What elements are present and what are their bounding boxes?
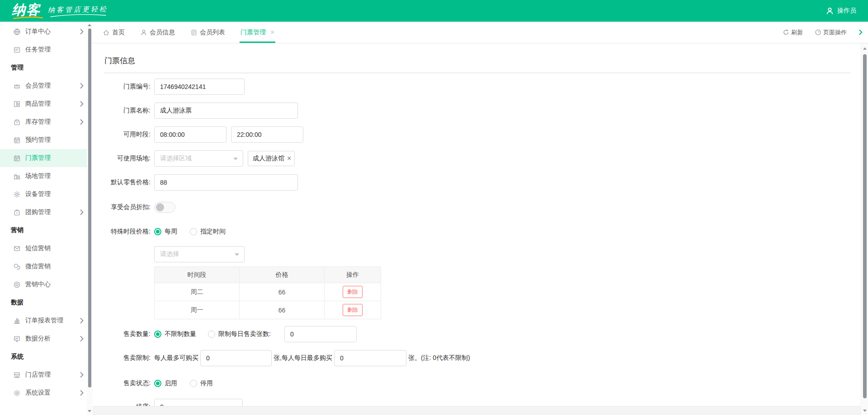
venue-select-placeholder: 请选择区域 (160, 154, 192, 163)
sidebar-item-label: 订单报表管理 (25, 317, 63, 325)
sidebar-item[interactable]: 门票管理 (0, 149, 87, 167)
chevron-right-icon (80, 372, 84, 378)
price-cell: 66 (240, 301, 325, 319)
current-user[interactable]: 操作员 (826, 7, 856, 15)
radio-checked-icon (154, 380, 161, 387)
sidebar-item[interactable]: 任务管理 (0, 41, 87, 59)
member-discount-label: 享受会员折扣: (104, 203, 151, 211)
brand-logo: 纳客 纳客管店更轻松 (12, 3, 108, 19)
sidebar-item[interactable]: 会员管理 (0, 77, 87, 95)
price-input[interactable] (154, 174, 298, 191)
tab-门票管理[interactable]: 门票管理× (240, 22, 275, 43)
sidebar-item[interactable]: 场地管理 (0, 167, 87, 185)
sidebar-item-label: 门店管理 (25, 371, 51, 379)
chevron-right-icon (80, 390, 84, 396)
sidebar-scrollbar[interactable] (87, 22, 93, 415)
sidebar-item-label: 短信营销 (25, 244, 51, 252)
sidebar-item[interactable]: 预约管理 (0, 131, 87, 149)
scroll-down-icon[interactable] (88, 410, 91, 412)
radio-disable[interactable]: 停用 (190, 379, 213, 387)
sidebar-item[interactable]: 短信营销 (0, 239, 87, 257)
table-row: 周一66删除 (155, 301, 381, 319)
sidebar-item[interactable]: 门店管理 (0, 366, 87, 384)
scroll-up-icon[interactable] (88, 24, 91, 26)
logo-swoosh (13, 16, 43, 19)
refresh-icon (783, 29, 789, 36)
crown-icon (13, 82, 21, 90)
user-name: 操作员 (837, 7, 856, 15)
sort-input[interactable] (154, 399, 243, 406)
max-per-person-input[interactable] (200, 350, 272, 366)
price-label: 默认零售价格: (104, 178, 151, 187)
sidebar-item[interactable]: 订单报表管理 (0, 312, 87, 330)
radio-enable[interactable]: 启用 (154, 379, 177, 387)
sidebar-item[interactable]: 订单中心 (0, 23, 87, 41)
chevron-right-icon (80, 29, 84, 34)
caret-down-icon (235, 253, 239, 256)
daily-qty-input[interactable] (284, 326, 357, 342)
venue-select[interactable]: 请选择区域 (154, 150, 243, 167)
table-header-cell: 价格 (240, 267, 325, 283)
scroll-up-icon[interactable] (863, 47, 867, 50)
venue-label: 可使用场地: (104, 154, 151, 163)
venue-icon (13, 172, 21, 180)
radio-unlimited-qty[interactable]: 不限制数量 (154, 330, 196, 338)
delete-button[interactable]: 删除 (343, 304, 363, 316)
page-actions-button[interactable]: 页面操作 (815, 28, 847, 37)
chevron-right-icon (80, 119, 84, 125)
caret-down-icon (233, 158, 238, 160)
sidebar-item-label: 商品管理 (25, 100, 51, 108)
tab-会员信息[interactable]: 会员信息 (139, 22, 176, 43)
home-icon (103, 29, 110, 36)
tab-会员列表[interactable]: 会员列表 (189, 22, 226, 43)
sale-limit-text1: 每人最多可购买 (154, 354, 198, 362)
title-divider (104, 73, 851, 73)
list-icon (190, 29, 198, 36)
sidebar-item[interactable]: 团购管理 (0, 203, 87, 221)
sidebar-scrollbar-thumb[interactable] (88, 28, 91, 387)
sidebar-item[interactable]: 系统设置 (0, 384, 87, 402)
table-header-row: 时间段价格操作 (155, 267, 381, 283)
chevron-right-icon (80, 336, 84, 341)
time-start-input[interactable] (154, 126, 226, 143)
refresh-button[interactable]: 刷新 (783, 28, 803, 37)
radio-weekly[interactable]: 每周 (154, 228, 177, 236)
max-per-day-input[interactable] (334, 350, 406, 366)
sort-label: 排序: (104, 403, 151, 406)
tag-close-icon[interactable]: × (287, 155, 291, 162)
table-row: 周二66删除 (155, 283, 381, 301)
sidebar-item[interactable]: 设备管理 (0, 185, 87, 203)
sale-status-label: 售卖状态: (104, 379, 151, 387)
sidebar-item[interactable]: 营销中心 (0, 275, 87, 294)
weekday-select[interactable]: 请选择 (154, 246, 245, 262)
chevron-right-icon (80, 210, 84, 215)
member-discount-toggle[interactable] (154, 202, 175, 213)
calendar-icon (13, 136, 21, 144)
time-end-input[interactable] (231, 126, 303, 143)
radio-checked-icon (154, 331, 161, 338)
sidebar-item[interactable]: 库存管理 (0, 113, 87, 131)
sidebar-section-label: 系统 (11, 353, 24, 361)
page-title: 门票信息 (104, 56, 135, 66)
sidebar-item[interactable]: 微信营销 (0, 257, 87, 275)
sidebar-item-label: 预约管理 (25, 136, 51, 144)
sidebar: 订单中心任务管理管理会员管理商品管理库存管理预约管理门票管理场地管理设备管理团购… (0, 22, 87, 415)
sidebar-item[interactable]: 数据分析 (0, 330, 87, 348)
bar-chart-icon (13, 317, 21, 325)
topbar: 纳客 纳客管店更轻松 操作员 (0, 0, 868, 22)
ticket-no-input[interactable] (154, 79, 245, 95)
scroll-down-icon[interactable] (863, 410, 867, 412)
main-scrollbar-thumb[interactable] (863, 54, 867, 398)
delete-button[interactable]: 删除 (343, 286, 363, 298)
tab-首页[interactable]: 首页 (102, 22, 126, 43)
sidebar-item-label: 设备管理 (25, 190, 51, 198)
special-price-label: 特殊时段价格: (104, 228, 151, 236)
tab-label: 会员列表 (200, 28, 225, 37)
close-icon[interactable]: × (270, 29, 274, 36)
ticket-name-input[interactable] (154, 103, 298, 119)
sidebar-item[interactable]: 商品管理 (0, 95, 87, 113)
radio-specified-time[interactable]: 指定时间 (190, 228, 226, 236)
chevron-right-icon[interactable] (859, 29, 863, 35)
main-scrollbar[interactable] (861, 43, 868, 415)
radio-daily-limit[interactable]: 限制每日售卖张数: (208, 330, 271, 338)
